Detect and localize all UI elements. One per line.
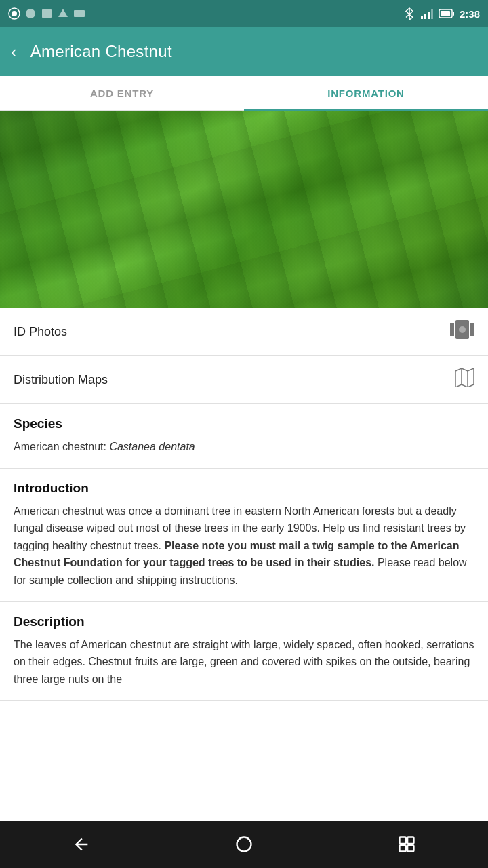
status-icon-3: [41, 7, 53, 20]
home-nav-button[interactable]: [217, 827, 271, 861]
description-section: Description The leaves of American chest…: [0, 602, 488, 701]
status-bar: 2:38: [0, 0, 488, 27]
signal-icon: [420, 7, 434, 20]
svg-rect-8: [431, 9, 433, 19]
distribution-maps-row[interactable]: Distribution Maps: [0, 356, 488, 404]
id-photos-row[interactable]: ID Photos: [0, 308, 488, 356]
recents-nav-button[interactable]: [380, 827, 434, 861]
svg-rect-21: [407, 837, 413, 844]
status-icon-2: [24, 7, 37, 20]
status-icon-5: [73, 7, 85, 20]
svg-rect-5: [421, 16, 423, 19]
svg-point-15: [459, 326, 466, 333]
recents-nav-icon: [397, 835, 416, 854]
description-title: Description: [14, 614, 474, 629]
status-icons-left: [8, 7, 85, 20]
svg-point-2: [26, 9, 35, 18]
introduction-text: American chestnut was once a dominant tr…: [14, 502, 474, 589]
description-text: The leaves of American chestnut are stra…: [14, 636, 474, 688]
id-photos-icon: [450, 320, 474, 343]
introduction-section: Introduction American chestnut was once …: [0, 469, 488, 602]
tab-information[interactable]: INFORMATION: [244, 76, 488, 110]
id-photos-label: ID Photos: [14, 325, 67, 339]
species-section: Species American chestnut: Castanea dent…: [0, 404, 488, 469]
svg-point-1: [12, 11, 17, 16]
page-title: American Chestnut: [30, 42, 172, 61]
svg-rect-3: [42, 9, 52, 18]
species-text: American chestnut: Castanea dentata: [14, 438, 474, 456]
svg-rect-11: [453, 12, 454, 16]
introduction-title: Introduction: [14, 481, 474, 496]
svg-rect-12: [450, 323, 454, 336]
app-bar: ‹ American Chestnut: [0, 27, 488, 76]
tab-add-entry[interactable]: ADD ENTRY: [0, 76, 244, 110]
svg-marker-16: [455, 368, 474, 387]
svg-rect-4: [74, 10, 85, 17]
back-button[interactable]: ‹: [11, 43, 17, 60]
status-time: 2:38: [460, 8, 480, 20]
content-area: ID Photos Distribution Maps: [0, 308, 488, 701]
tabs-container: ADD ENTRY INFORMATION: [0, 76, 488, 111]
status-icon-4: [57, 7, 69, 20]
svg-rect-14: [470, 323, 474, 336]
svg-rect-22: [400, 845, 406, 851]
svg-rect-7: [428, 12, 430, 19]
svg-point-19: [237, 837, 251, 852]
back-nav-button[interactable]: [54, 827, 108, 861]
svg-rect-20: [400, 837, 406, 844]
hero-image: [0, 111, 488, 308]
distribution-maps-label: Distribution Maps: [14, 373, 108, 387]
battery-icon: [439, 9, 454, 18]
bluetooth-icon: [404, 7, 415, 20]
nav-bar: [0, 821, 488, 868]
distribution-maps-icon: [455, 368, 474, 391]
home-nav-icon: [235, 835, 253, 854]
back-nav-icon: [72, 835, 91, 854]
svg-rect-23: [407, 845, 413, 851]
svg-rect-10: [441, 11, 450, 16]
status-icon-1: [8, 7, 20, 20]
status-icons-right: 2:38: [404, 7, 480, 20]
species-title: Species: [14, 416, 474, 431]
svg-rect-6: [424, 14, 426, 19]
